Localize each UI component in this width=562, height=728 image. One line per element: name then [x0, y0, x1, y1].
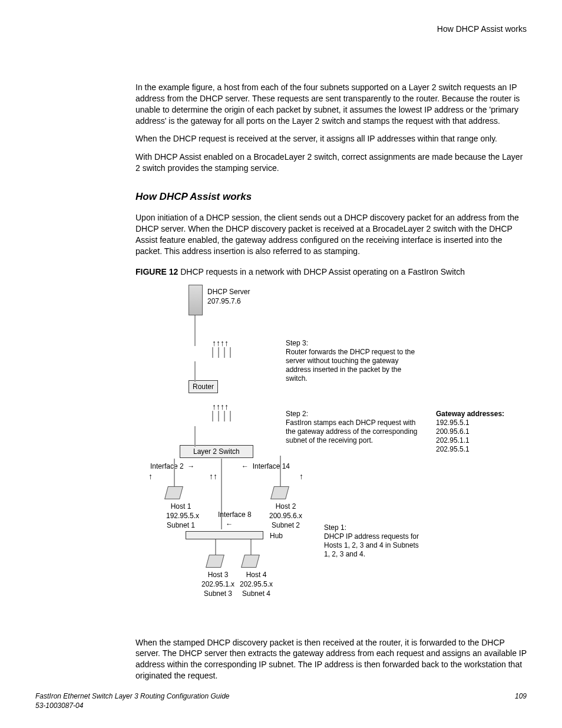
page-footer: FastIron Ethernet Switch Layer 3 Routing…: [35, 691, 527, 710]
step1-text: Step 1: DHCP IP address requests for Hos…: [324, 523, 424, 559]
interface-8-label: Interface 8 ←: [218, 510, 252, 529]
host-icon: [270, 486, 289, 499]
step2-text: Step 2: FastIron stamps each DHCP reques…: [286, 410, 418, 445]
server-icon: [189, 285, 203, 315]
switch-label: Layer 2 Switch: [180, 445, 253, 458]
footer-docnum: 53-1003087-04: [35, 701, 83, 710]
paragraph: When the stamped DHCP discovery packet i…: [135, 637, 527, 682]
host-icon: [241, 555, 260, 568]
host2-label: Host 2 200.95.6.x Subnet 2: [268, 502, 303, 531]
host-icon: [206, 555, 224, 568]
host1-label: Host 1 192.95.5.x Subnet 1: [166, 502, 196, 531]
interface-2-label: Interface 2 →: [150, 462, 194, 471]
footer-title: FastIron Ethernet Switch Layer 3 Routing…: [35, 692, 230, 700]
server-label: DHCP Server 207.95.7.6: [207, 287, 250, 306]
step3-text: Step 3: Router forwards the DHCP request…: [286, 339, 418, 383]
arrow-up-icon: ↑: [299, 472, 303, 480]
hub-label: Hub: [270, 531, 283, 541]
host3-label: Host 3 202.95.1.x Subnet 3: [200, 570, 236, 599]
running-header: How DHCP Assist works: [35, 24, 527, 35]
hub-icon: [186, 531, 263, 539]
interface-14-label: ← Interface 14: [242, 462, 290, 471]
arrows-up-icon: ↑↑↑↑: [212, 339, 229, 347]
host-icon: [164, 486, 183, 499]
section-heading: How DHCP Assist works: [135, 190, 527, 204]
host4-label: Host 4 202.95.5.x Subnet 4: [239, 570, 274, 599]
figure-caption: FIGURE 12 DHCP requests in a network wit…: [135, 266, 527, 278]
paragraph: With DHCP Assist enabled on a BrocadeLay…: [135, 151, 527, 174]
paragraph: Upon initiation of a DHCP session, the c…: [135, 212, 527, 257]
paragraph: When the DHCP request is received at the…: [135, 133, 527, 144]
router-label: Router: [189, 380, 218, 393]
arrow-up-icon: ↑: [148, 472, 153, 480]
page-number: 109: [515, 691, 527, 710]
arrows-up-icon: ↑↑: [209, 472, 217, 480]
paragraph: In the example figure, a host from each …: [135, 82, 527, 127]
network-diagram: DHCP Server 207.95.7.6 ↑↑↑↑ Step 3: Rout…: [153, 285, 518, 627]
arrows-up-icon: ↑↑↑↑: [212, 403, 229, 411]
gateway-addresses: Gateway addresses: 192.95.5.1 200.95.6.1…: [436, 410, 504, 454]
